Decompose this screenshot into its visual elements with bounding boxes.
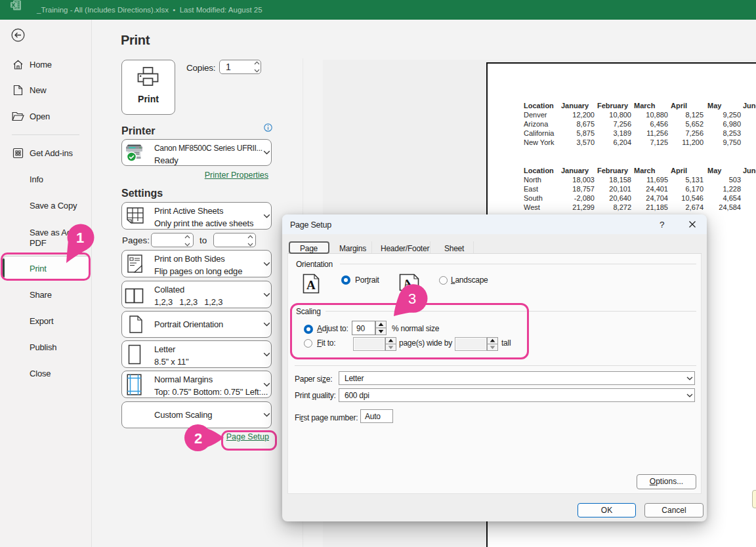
- svg-text:3: 3: [408, 291, 416, 307]
- svg-text:2: 2: [194, 430, 202, 447]
- svg-text:A: A: [306, 278, 316, 292]
- svg-text:1: 1: [76, 230, 84, 246]
